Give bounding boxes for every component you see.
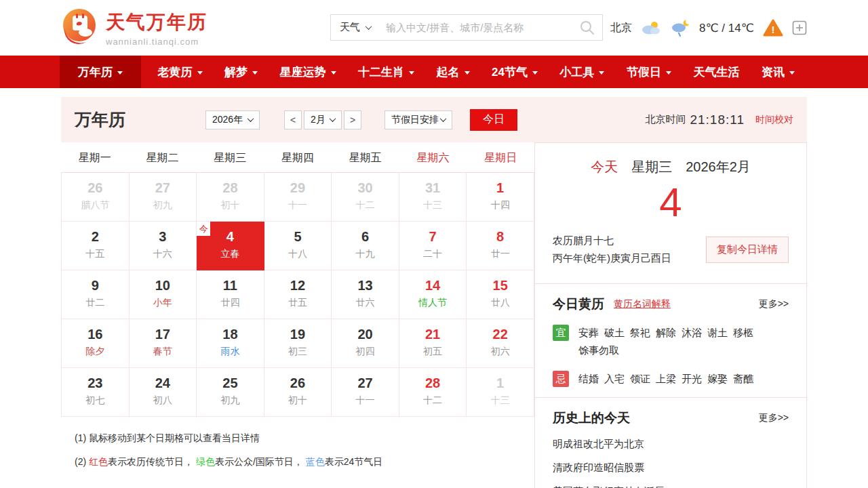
day-lunar: 初四 — [332, 346, 399, 358]
day-number: 8 — [467, 229, 534, 245]
site-logo[interactable]: 天气万年历 wannianli.tianqi.com — [60, 7, 208, 49]
today-day-number: 4 — [553, 179, 789, 226]
calendar-day[interactable]: 23初七 — [62, 368, 130, 417]
calendar-day[interactable]: 5十八 — [264, 222, 332, 270]
history-item[interactable]: 美国著名飞行家林白诞辰 — [553, 485, 789, 488]
calendar-day[interactable]: 10小年 — [130, 270, 197, 319]
nav-item-jieqi24[interactable]: 24节气 — [486, 56, 543, 88]
chevron-down-icon — [409, 71, 414, 75]
day-lunar: 情人节 — [399, 297, 467, 309]
huangli-header: 今日黄历 黄历名词解释 更多>> — [553, 296, 789, 313]
holiday-schedule-select[interactable]: 节假日安排 — [384, 110, 452, 129]
day-lunar: 初九 — [130, 199, 197, 211]
today-button[interactable]: 今日 — [470, 109, 517, 131]
weekday-header: 星期一 — [61, 142, 129, 172]
calendar-day[interactable]: 29十一 — [264, 173, 332, 222]
nav-item-wannianli[interactable]: 万年历 — [60, 56, 141, 88]
ji-row: 忌 结婚入宅领证上梁开光嫁娶斋醮 — [553, 370, 789, 388]
history-more-link[interactable]: 更多>> — [759, 412, 789, 424]
nav-item-xiaogongju[interactable]: 小工具 — [554, 56, 610, 88]
prev-month-button[interactable]: < — [284, 110, 302, 129]
day-lunar: 初三 — [264, 346, 332, 358]
calendar-day[interactable]: 2十五 — [62, 222, 130, 270]
nav-item-qiming[interactable]: 起名 — [431, 56, 475, 88]
day-lunar: 二十 — [399, 248, 467, 260]
history-item[interactable]: 清政府印造昭信股票 — [553, 462, 789, 474]
day-lunar: 除夕 — [62, 346, 129, 358]
yi-item: 谢土 — [707, 324, 728, 342]
huangli-glossary-link[interactable]: 黄历名词解释 — [614, 298, 671, 310]
calendar-day[interactable]: 28十二 — [399, 368, 467, 417]
calendar-notes: (1) 鼠标移动到某个日期格可以查看当日详情 (2) 红色表示农历传统节日， 绿… — [61, 417, 534, 488]
city-label[interactable]: 北京 — [610, 21, 632, 35]
calendar-day[interactable]: 25初九 — [197, 368, 264, 417]
calendar-day[interactable]: 22初六 — [467, 319, 534, 368]
calendar-day[interactable]: 31十三 — [399, 173, 467, 222]
calendar-day[interactable]: 6十九 — [332, 222, 399, 270]
calendar-day[interactable]: 3十六 — [130, 222, 197, 270]
calendar-day[interactable]: 18雨水 — [197, 319, 264, 368]
day-number: 22 — [467, 327, 534, 342]
history-header: 历史上的今天 更多>> — [553, 409, 789, 427]
partly-cloudy-icon — [641, 20, 661, 36]
calendar-day[interactable]: 7二十 — [399, 222, 467, 270]
day-number: 26 — [62, 180, 129, 196]
calendar-day[interactable]: 27初九 — [130, 173, 197, 222]
copy-today-details-button[interactable]: 复制今日详情 — [706, 237, 789, 263]
nav-item-shiershengxiao[interactable]: 十二生肖 — [353, 56, 420, 88]
calendar-day[interactable]: 1十三 — [467, 368, 534, 417]
search-input[interactable] — [378, 22, 579, 33]
search-icon[interactable] — [579, 20, 595, 36]
nav-item-laohuangli[interactable]: 老黄历 — [153, 56, 208, 88]
day-lunar: 十一 — [332, 394, 399, 407]
nav-item-xingzuoyunshi[interactable]: 星座运势 — [275, 56, 342, 88]
history-item[interactable]: 明成祖改北平为北京 — [553, 438, 789, 451]
calendar-day[interactable]: 17春节 — [130, 319, 197, 368]
day-number: 17 — [130, 327, 197, 342]
calendar-day[interactable]: 12廿五 — [264, 270, 332, 319]
calendar-day[interactable]: 11廿四 — [197, 270, 264, 319]
nav-item-tianqishenghuo[interactable]: 天气生活 — [688, 56, 745, 88]
calendar-day[interactable]: 14情人节 — [399, 270, 467, 319]
calendar-day-today[interactable]: 今4立春 — [197, 222, 264, 270]
day-number: 15 — [467, 278, 534, 293]
calendar-day[interactable]: 9廿二 — [62, 270, 130, 319]
nav-item-label: 24节气 — [492, 64, 528, 80]
day-lunar: 初六 — [467, 346, 534, 358]
day-number: 6 — [332, 229, 399, 245]
day-number: 10 — [130, 278, 197, 293]
chevron-down-icon — [330, 115, 336, 122]
day-lunar: 十一 — [264, 199, 332, 211]
add-icon[interactable] — [792, 20, 807, 35]
nav-item-jiemeng[interactable]: 解梦 — [219, 56, 263, 88]
day-number: 31 — [399, 180, 467, 196]
calendar-day[interactable]: 15廿八 — [467, 270, 534, 319]
next-month-button[interactable]: > — [344, 110, 361, 129]
calendar-day[interactable]: 28初十 — [197, 173, 264, 222]
year-select[interactable]: 2026年 — [205, 110, 260, 129]
calendar-day[interactable]: 24初八 — [130, 368, 197, 417]
month-select[interactable]: 2月 — [304, 110, 342, 129]
nav-item-jiejiari[interactable]: 节假日 — [621, 56, 677, 88]
nav-item-zixun[interactable]: 资讯 — [756, 56, 800, 88]
calendar-day[interactable]: 19初三 — [264, 319, 332, 368]
calendar-day[interactable]: 21初五 — [399, 319, 467, 368]
nav-item-label: 起名 — [437, 64, 460, 80]
calendar-day[interactable]: 26腊八节 — [62, 173, 130, 222]
weather-alert-icon[interactable]: ! — [763, 19, 783, 37]
calendar-day[interactable]: 1十四 — [467, 173, 534, 222]
search-category-select[interactable]: 天气 — [331, 21, 378, 34]
calendar-day[interactable]: 16除夕 — [62, 319, 130, 368]
chevron-down-icon — [666, 71, 671, 75]
note-2-part: 红色 — [89, 456, 108, 467]
calendar-day[interactable]: 26初十 — [264, 368, 332, 417]
calendar-day[interactable]: 20初四 — [332, 319, 399, 368]
calendar-day[interactable]: 8廿一 — [467, 222, 534, 270]
calendar-toolbar: 万年历 2026年 < 2月 > 节假日安排 今日 北京时间 21:18:11 — [61, 97, 807, 142]
day-number: 21 — [399, 327, 467, 342]
calendar-day[interactable]: 30十二 — [332, 173, 399, 222]
huangli-more-link[interactable]: 更多>> — [759, 298, 789, 310]
calendar-day[interactable]: 27十一 — [332, 368, 399, 417]
time-calibration-link[interactable]: 时间校对 — [755, 114, 793, 126]
calendar-day[interactable]: 13廿六 — [332, 270, 399, 319]
